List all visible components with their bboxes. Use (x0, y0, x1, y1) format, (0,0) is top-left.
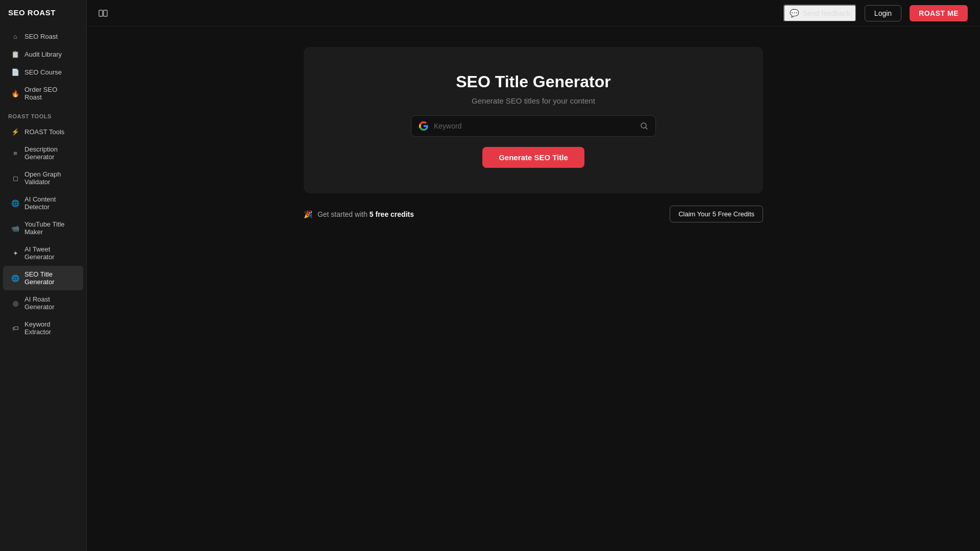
login-button[interactable]: Login (865, 5, 901, 21)
sidebar-item-youtube-title-maker[interactable]: 📹 YouTube Title Maker (3, 216, 83, 240)
credits-banner: 🎉 Get started with 5 free credits Claim … (304, 204, 763, 224)
sidebar-item-roast-tools[interactable]: ⚡ ROAST Tools (3, 123, 83, 140)
sidebar-item-seo-title-generator[interactable]: 🌐 SEO Title Generator (3, 266, 83, 290)
sidebar-nav-section1: ⌂ SEO Roast 📋 Audit Library 📄 SEO Course… (0, 27, 86, 106)
sidebar-toggle-icon (98, 8, 108, 18)
content-area: SEO Title Generator Generate SEO titles … (87, 27, 980, 551)
brand-logo: SEO ROAST (0, 8, 86, 27)
svg-rect-1 (104, 10, 107, 16)
sidebar-item-order-seo-roast[interactable]: 🔥 Order SEO Roast (3, 81, 83, 106)
video-icon: 📹 (11, 224, 19, 232)
document-icon: 📄 (11, 68, 19, 76)
bolt-icon: ⚡ (11, 128, 19, 136)
sidebar-nav-section2: ⚡ ROAST Tools ≡ Description Generator ◻ … (0, 122, 86, 341)
header: 💬 Send feedback Login ROAST ME (87, 0, 980, 27)
tag-icon: 🏷 (11, 324, 19, 332)
globe-icon: 🌐 (11, 199, 19, 207)
sidebar-item-keyword-extractor[interactable]: 🏷 Keyword Extractor (3, 316, 83, 340)
list-icon: ≡ (11, 149, 19, 157)
clipboard-icon: 📋 (11, 50, 19, 58)
sidebar-item-open-graph-validator[interactable]: ◻ Open Graph Validator (3, 166, 83, 190)
roast-icon: ◎ (11, 299, 19, 307)
home-icon: ⌂ (11, 32, 19, 40)
sidebar: SEO ROAST ⌂ SEO Roast 📋 Audit Library 📄 … (0, 0, 87, 551)
header-left (95, 5, 111, 21)
fire-icon: 🔥 (11, 89, 19, 97)
page-title: SEO Title Generator (456, 72, 611, 91)
feedback-icon: 💬 (790, 9, 799, 18)
roast-me-button[interactable]: ROAST ME (910, 5, 968, 21)
google-icon (419, 121, 429, 131)
credits-icon: 🎉 (304, 210, 312, 218)
seo-globe-icon: 🌐 (11, 274, 19, 282)
tweet-icon: ✦ (11, 249, 19, 257)
generator-card: SEO Title Generator Generate SEO titles … (304, 47, 763, 193)
sidebar-item-seo-roast[interactable]: ⌂ SEO Roast (3, 28, 83, 45)
roast-tools-label: ROAST Tools (0, 106, 86, 122)
main-area: 💬 Send feedback Login ROAST ME SEO Title… (87, 0, 980, 551)
keyword-input[interactable] (434, 122, 635, 130)
sidebar-item-ai-roast-generator[interactable]: ◎ AI Roast Generator (3, 291, 83, 315)
send-feedback-button[interactable]: 💬 Send feedback (783, 5, 856, 22)
sidebar-toggle-button[interactable] (95, 5, 111, 21)
credits-text: 🎉 Get started with 5 free credits (304, 210, 414, 218)
page-subtitle: Generate SEO titles for your content (472, 96, 595, 105)
claim-credits-button[interactable]: Claim Your 5 Free Credits (670, 206, 763, 222)
sidebar-item-ai-tweet-generator[interactable]: ✦ AI Tweet Generator (3, 241, 83, 265)
svg-line-3 (646, 128, 647, 129)
header-right: 💬 Send feedback Login ROAST ME (783, 5, 968, 22)
svg-rect-0 (99, 10, 103, 16)
keyword-input-wrapper (411, 115, 656, 137)
search-icon[interactable] (640, 122, 648, 130)
sidebar-item-seo-course[interactable]: 📄 SEO Course (3, 63, 83, 81)
sidebar-item-audit-library[interactable]: 📋 Audit Library (3, 45, 83, 63)
generate-seo-title-button[interactable]: Generate SEO Title (482, 147, 584, 168)
sidebar-item-description-generator[interactable]: ≡ Description Generator (3, 141, 83, 165)
sidebar-item-ai-content-detector[interactable]: 🌐 AI Content Detector (3, 191, 83, 215)
graph-icon: ◻ (11, 174, 19, 182)
